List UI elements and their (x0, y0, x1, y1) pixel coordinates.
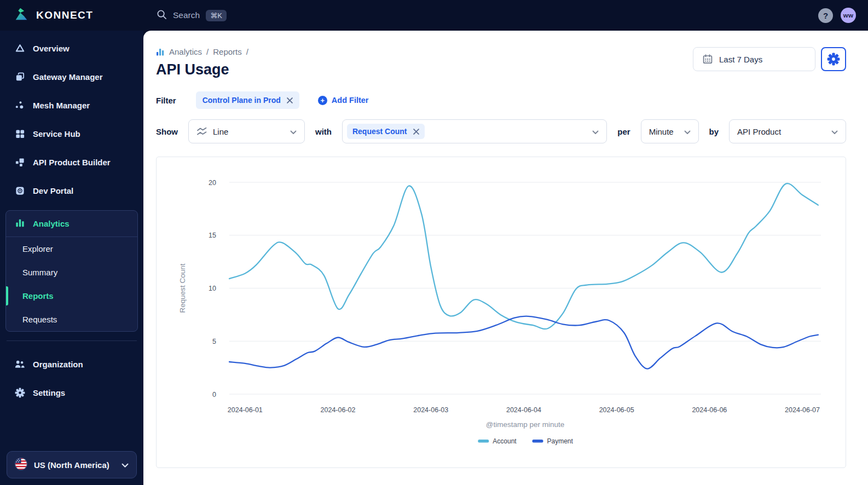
help-button[interactable]: ? (818, 8, 833, 23)
sidebar-item-label: Overview (33, 44, 70, 53)
sidebar-item-label: Organization (33, 360, 83, 369)
y-tick-label: 20 (209, 179, 216, 187)
sidebar-item-settings[interactable]: Settings (5, 378, 138, 407)
avatar[interactable]: ww (841, 8, 856, 23)
chart-settings-button[interactable] (821, 47, 846, 71)
add-filter-label: Add Filter (332, 96, 369, 105)
organization-icon (14, 359, 25, 369)
sidebar-item-summary[interactable]: Summary (6, 261, 137, 284)
close-icon[interactable] (413, 129, 419, 135)
granularity-select[interactable]: Minute (641, 119, 699, 143)
sidebar-item-organization[interactable]: Organization (5, 350, 138, 378)
breadcrumb-item-reports[interactable]: Reports (213, 47, 242, 56)
sidebar-item-label: Settings (33, 388, 65, 397)
chevron-down-icon (684, 127, 691, 136)
brand-wordmark: KONNECT (36, 9, 93, 21)
legend-label-payment[interactable]: Payment (547, 437, 574, 445)
sidebar-item-label: Mesh Manager (33, 101, 90, 110)
filter-label: Filter (156, 96, 176, 105)
breadcrumb-separator: / (206, 47, 209, 56)
add-filter-button[interactable]: + Add Filter (318, 96, 369, 105)
sidebar-item-explorer[interactable]: Explorer (6, 237, 137, 261)
filter-chip-label: Control Plane in Prod (202, 96, 281, 105)
sidebar-item-reports[interactable]: Reports (6, 284, 137, 308)
x-tick-label: 2024-06-06 (692, 406, 727, 414)
group-by-value: API Product (737, 127, 781, 136)
granularity-value: Minute (649, 127, 674, 136)
date-range-button[interactable]: Last 7 Days (693, 47, 815, 71)
region-label: US (North America) (34, 460, 109, 470)
gateway-manager-icon (14, 72, 25, 82)
sidebar-item-requests[interactable]: Requests (6, 308, 137, 331)
sidebar-item-mesh-manager[interactable]: Mesh Manager (5, 91, 138, 119)
main-content: Analytics / Reports / API Usage (143, 31, 868, 485)
per-label: per (617, 127, 630, 136)
breadcrumb-separator: / (246, 47, 248, 56)
group-by-select[interactable]: API Product (729, 119, 846, 143)
search-shortcut-badge: ⌘K (206, 10, 227, 21)
subitem-label: Explorer (22, 244, 53, 253)
breadcrumb: Analytics / Reports / (156, 47, 248, 56)
service-hub-icon (14, 129, 25, 139)
chart-card: 05101520Request Count2024-06-012024-06-0… (156, 157, 846, 468)
chevron-down-icon (831, 127, 838, 136)
chevron-down-icon (290, 127, 297, 136)
metric-chip-label: Request Count (352, 127, 407, 136)
filter-chip-control-plane[interactable]: Control Plane in Prod (196, 91, 299, 109)
plus-circle-icon: + (318, 96, 327, 105)
sidebar-item-label: API Product Builder (33, 158, 111, 167)
y-tick-label: 10 (209, 285, 216, 292)
x-tick-label: 2024-06-03 (413, 406, 448, 414)
sidebar-analytics-label: Analytics (33, 219, 70, 228)
sidebar-item-overview[interactable]: Overview (5, 34, 138, 62)
y-tick-label: 15 (209, 232, 216, 239)
dev-portal-icon (14, 186, 25, 196)
us-flag-icon (15, 458, 27, 472)
sidebar: Overview Gateway Manager Mesh Manager (0, 31, 143, 485)
sidebar-divider (7, 340, 137, 341)
breadcrumb-item-analytics[interactable]: Analytics (169, 47, 202, 56)
subitem-label: Summary (22, 268, 57, 277)
api-product-builder-icon (14, 157, 25, 168)
sidebar-item-label: Gateway Manager (33, 72, 103, 82)
sidebar-item-label: Service Hub (33, 129, 80, 138)
chevron-down-icon (121, 460, 129, 470)
metric-chip-request-count[interactable]: Request Count (347, 124, 425, 139)
chart-type-select[interactable]: Line (188, 119, 305, 143)
legend-label-account[interactable]: Account (493, 437, 517, 445)
sidebar-analytics-section: Analytics Explorer Summary Reports Reque… (5, 210, 138, 332)
show-label: Show (156, 127, 178, 136)
sidebar-item-gateway-manager[interactable]: Gateway Manager (5, 62, 138, 91)
avatar-initials: ww (843, 12, 854, 19)
legend-swatch-account[interactable] (478, 440, 489, 443)
region-selector[interactable]: US (North America) (7, 451, 137, 478)
search-icon (157, 9, 167, 22)
chart-type-value: Line (213, 127, 228, 136)
settings-gear-icon (14, 388, 25, 398)
close-icon[interactable] (287, 97, 293, 103)
y-tick-label: 5 (212, 338, 216, 345)
by-label: by (709, 127, 719, 136)
metrics-multiselect[interactable]: Request Count (342, 119, 607, 143)
sidebar-item-dev-portal[interactable]: Dev Portal (5, 176, 138, 205)
topbar: KONNECT Search ⌘K ? ww (0, 0, 868, 31)
y-tick-label: 0 (212, 391, 216, 399)
line-chart-icon (196, 127, 207, 136)
search-input[interactable]: Search ⌘K (157, 9, 227, 22)
y-axis-label: Request Count (178, 263, 187, 313)
legend-swatch-payment[interactable] (533, 440, 543, 443)
mesh-manager-icon (14, 100, 25, 111)
sidebar-item-label: Dev Portal (33, 186, 73, 195)
brand[interactable]: KONNECT (0, 6, 143, 25)
sidebar-item-api-product-builder[interactable]: API Product Builder (5, 148, 138, 176)
x-tick-label: 2024-06-02 (321, 406, 356, 414)
konnect-logo-icon (13, 6, 30, 25)
calendar-icon (702, 54, 713, 65)
chevron-down-icon (592, 127, 599, 136)
sidebar-item-service-hub[interactable]: Service Hub (5, 119, 138, 148)
search-placeholder: Search (173, 10, 200, 20)
sidebar-item-analytics[interactable]: Analytics (6, 211, 137, 237)
x-tick-label: 2024-06-07 (785, 406, 820, 414)
overview-icon (14, 43, 25, 54)
x-tick-label: 2024-06-04 (506, 406, 541, 414)
